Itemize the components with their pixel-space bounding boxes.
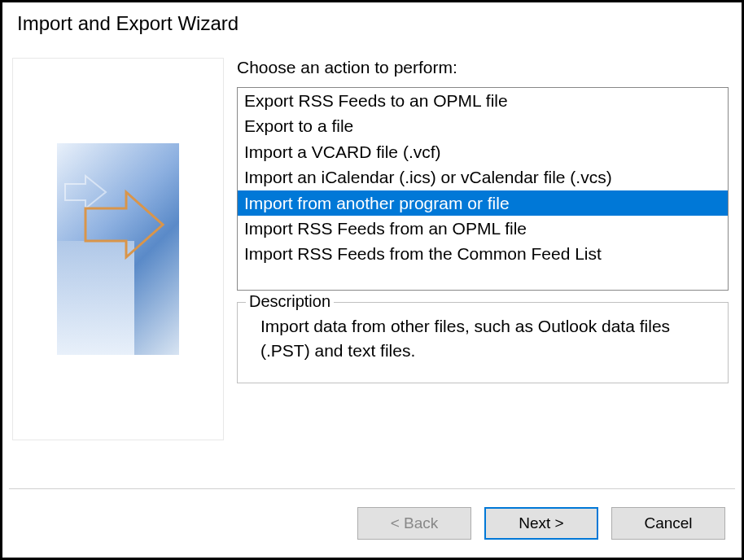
- cancel-button[interactable]: Cancel: [611, 507, 725, 540]
- wizard-sidebar-image: [12, 58, 224, 440]
- main-panel: Choose an action to perform: Export RSS …: [237, 50, 732, 474]
- description-legend: Description: [246, 292, 334, 311]
- action-item[interactable]: Import a VCARD file (.vcf): [238, 139, 728, 164]
- action-item[interactable]: Export to a file: [238, 113, 728, 138]
- action-item[interactable]: Import from another program or file: [238, 190, 728, 216]
- description-text: Import data from other files, such as Ou…: [238, 303, 728, 372]
- action-item[interactable]: Import RSS Feeds from the Common Feed Li…: [238, 241, 728, 266]
- window-title: Import and Export Wizard: [2, 2, 742, 50]
- action-listbox[interactable]: Export RSS Feeds to an OPML fileExport t…: [237, 87, 729, 291]
- wizard-arrow-graphic: [57, 143, 179, 355]
- action-item[interactable]: Import an iCalendar (.ics) or vCalendar …: [238, 164, 728, 190]
- action-item[interactable]: Export RSS Feeds to an OPML file: [238, 88, 728, 113]
- next-button[interactable]: Next >: [484, 507, 598, 540]
- back-button[interactable]: < Back: [357, 507, 471, 540]
- wizard-window: Import and Export Wizard Choose an actio…: [0, 0, 744, 560]
- description-group: Description Import data from other files…: [237, 302, 729, 383]
- content-area: Choose an action to perform: Export RSS …: [2, 50, 742, 474]
- button-bar: < Back Next > Cancel: [2, 489, 742, 558]
- action-item[interactable]: Import RSS Feeds from an OPML file: [238, 216, 728, 241]
- prompt-label: Choose an action to perform:: [237, 58, 729, 77]
